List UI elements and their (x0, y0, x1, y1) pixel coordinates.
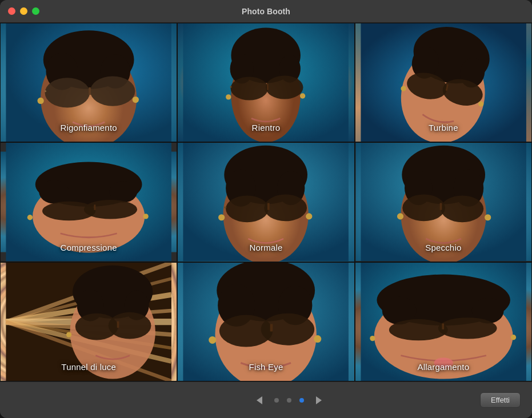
page-dot-2[interactable] (287, 398, 291, 403)
label-rigonfiamento: Rigonfiamento (1, 123, 177, 132)
bottombar: Effetti (0, 381, 532, 418)
next-page-button[interactable] (312, 393, 326, 407)
label-allargamento: Allargamento (355, 362, 531, 372)
svg-marker-102 (257, 396, 262, 404)
close-button[interactable] (8, 7, 15, 15)
cell-tunnel[interactable]: Tunnel di luce (0, 262, 177, 381)
label-specchio: Specchio (355, 243, 531, 252)
label-fisheye: Fish Eye (178, 362, 354, 372)
page-dot-1[interactable] (274, 398, 279, 403)
window-title: Photo Booth (242, 7, 290, 16)
effects-button[interactable]: Effetti (480, 392, 521, 408)
app-window: Photo Booth (0, 0, 532, 418)
label-rientro: Rientro (178, 123, 354, 132)
cell-rigonfiamento[interactable]: Rigonfiamento (0, 23, 177, 142)
cell-fisheye[interactable]: Fish Eye (177, 262, 354, 381)
cell-allargamento[interactable]: Allargamento (355, 262, 532, 381)
cell-normale[interactable]: Normale (177, 142, 354, 262)
cell-specchio[interactable]: Specchio (355, 142, 532, 262)
pagination (253, 393, 326, 407)
label-turbine: Turbine (355, 123, 531, 132)
maximize-button[interactable] (32, 7, 39, 15)
cell-turbine[interactable]: Turbine (355, 23, 532, 142)
titlebar: Photo Booth (0, 0, 532, 23)
label-tunnel: Tunnel di luce (1, 362, 177, 372)
window-controls (8, 7, 39, 15)
svg-marker-103 (316, 396, 322, 404)
prev-page-button[interactable] (253, 393, 266, 407)
label-compressione: Compressione (1, 243, 177, 252)
cell-rientro[interactable]: Rientro (177, 23, 354, 142)
cell-compressione[interactable]: Compressione (0, 142, 177, 262)
minimize-button[interactable] (20, 7, 27, 15)
page-dot-3[interactable] (299, 398, 304, 403)
label-normale: Normale (178, 243, 354, 252)
effects-grid: Rigonfiamento (0, 23, 532, 381)
